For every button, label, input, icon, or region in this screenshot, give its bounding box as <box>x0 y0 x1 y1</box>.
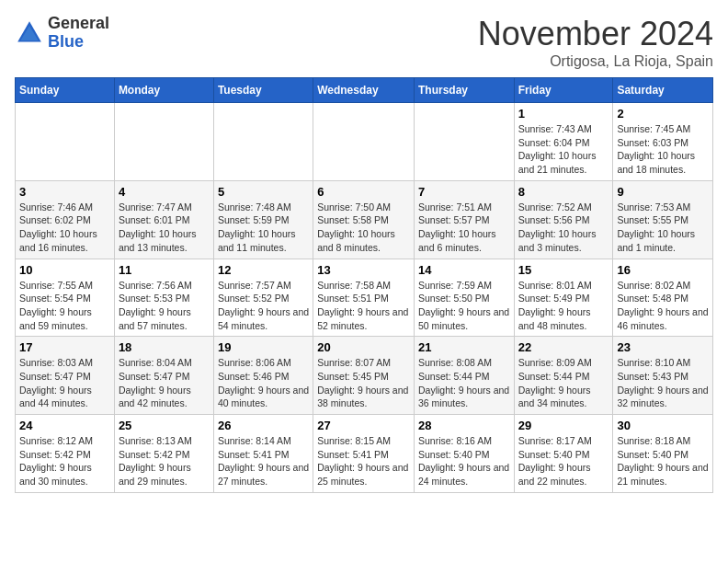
day-number: 7 <box>418 185 510 199</box>
calendar-cell: 14Sunrise: 7:59 AM Sunset: 5:50 PM Dayli… <box>414 259 514 337</box>
day-number: 2 <box>617 107 709 121</box>
day-info: Sunrise: 8:09 AM Sunset: 5:44 PM Dayligh… <box>518 356 609 410</box>
day-number: 21 <box>418 340 510 354</box>
day-info: Sunrise: 8:03 AM Sunset: 5:47 PM Dayligh… <box>19 356 110 410</box>
calendar-cell <box>16 103 115 181</box>
day-info: Sunrise: 7:57 AM Sunset: 5:52 PM Dayligh… <box>218 279 309 333</box>
calendar-cell: 11Sunrise: 7:56 AM Sunset: 5:53 PM Dayli… <box>114 259 213 337</box>
day-number: 26 <box>218 419 309 432</box>
day-info: Sunrise: 8:15 AM Sunset: 5:41 PM Dayligh… <box>317 434 410 488</box>
weekday-header: Saturday <box>613 78 713 103</box>
calendar-cell: 30Sunrise: 8:18 AM Sunset: 5:40 PM Dayli… <box>613 415 713 493</box>
calendar-cell: 22Sunrise: 8:09 AM Sunset: 5:44 PM Dayli… <box>514 337 613 415</box>
weekday-row: SundayMondayTuesdayWednesdayThursdayFrid… <box>16 78 713 103</box>
calendar-cell: 17Sunrise: 8:03 AM Sunset: 5:47 PM Dayli… <box>16 337 115 415</box>
day-info: Sunrise: 8:07 AM Sunset: 5:45 PM Dayligh… <box>317 356 410 410</box>
logo-text: General Blue <box>48 15 109 52</box>
day-number: 27 <box>317 419 410 432</box>
calendar-cell: 2Sunrise: 7:45 AM Sunset: 6:03 PM Daylig… <box>613 103 713 181</box>
calendar-cell: 21Sunrise: 8:08 AM Sunset: 5:44 PM Dayli… <box>414 337 514 415</box>
day-number: 1 <box>518 107 609 121</box>
day-number: 20 <box>317 340 410 354</box>
day-number: 14 <box>418 263 510 277</box>
day-number: 19 <box>218 340 309 354</box>
calendar-cell: 23Sunrise: 8:10 AM Sunset: 5:43 PM Dayli… <box>613 337 713 415</box>
logo-icon <box>15 18 44 48</box>
calendar-cell: 20Sunrise: 8:07 AM Sunset: 5:45 PM Dayli… <box>313 337 415 415</box>
day-info: Sunrise: 8:14 AM Sunset: 5:41 PM Dayligh… <box>218 434 309 488</box>
weekday-header: Wednesday <box>313 78 415 103</box>
day-number: 13 <box>317 263 410 277</box>
day-info: Sunrise: 8:08 AM Sunset: 5:44 PM Dayligh… <box>418 356 510 410</box>
calendar-cell: 29Sunrise: 8:17 AM Sunset: 5:40 PM Dayli… <box>514 415 613 493</box>
calendar-cell: 4Sunrise: 7:47 AM Sunset: 6:01 PM Daylig… <box>114 180 213 259</box>
day-number: 15 <box>518 263 609 277</box>
calendar-table: SundayMondayTuesdayWednesdayThursdayFrid… <box>15 77 713 493</box>
calendar-body: 1Sunrise: 7:43 AM Sunset: 6:04 PM Daylig… <box>16 103 713 493</box>
calendar-cell: 24Sunrise: 8:12 AM Sunset: 5:42 PM Dayli… <box>16 415 115 493</box>
day-number: 10 <box>19 263 110 277</box>
calendar-cell: 10Sunrise: 7:55 AM Sunset: 5:54 PM Dayli… <box>16 259 115 337</box>
location: Ortigosa, La Rioja, Spain <box>478 53 713 70</box>
calendar-cell: 16Sunrise: 8:02 AM Sunset: 5:48 PM Dayli… <box>613 259 713 337</box>
calendar-cell: 25Sunrise: 8:13 AM Sunset: 5:42 PM Dayli… <box>114 415 213 493</box>
month-title: November 2024 <box>478 15 713 53</box>
day-info: Sunrise: 8:01 AM Sunset: 5:49 PM Dayligh… <box>518 279 609 333</box>
day-number: 6 <box>317 185 410 199</box>
day-info: Sunrise: 7:46 AM Sunset: 6:02 PM Dayligh… <box>19 201 110 255</box>
day-number: 17 <box>19 340 110 354</box>
day-info: Sunrise: 7:53 AM Sunset: 5:55 PM Dayligh… <box>617 201 709 255</box>
calendar-cell <box>313 103 415 181</box>
calendar-week-row: 10Sunrise: 7:55 AM Sunset: 5:54 PM Dayli… <box>16 259 713 337</box>
day-number: 28 <box>418 419 510 432</box>
day-number: 16 <box>617 263 709 277</box>
day-number: 23 <box>617 340 709 354</box>
day-info: Sunrise: 7:47 AM Sunset: 6:01 PM Dayligh… <box>119 201 210 255</box>
day-info: Sunrise: 8:12 AM Sunset: 5:42 PM Dayligh… <box>19 434 110 488</box>
day-info: Sunrise: 7:56 AM Sunset: 5:53 PM Dayligh… <box>119 279 210 333</box>
calendar-cell: 15Sunrise: 8:01 AM Sunset: 5:49 PM Dayli… <box>514 259 613 337</box>
calendar-week-row: 17Sunrise: 8:03 AM Sunset: 5:47 PM Dayli… <box>16 337 713 415</box>
calendar-cell: 27Sunrise: 8:15 AM Sunset: 5:41 PM Dayli… <box>313 415 415 493</box>
calendar-week-row: 24Sunrise: 8:12 AM Sunset: 5:42 PM Dayli… <box>16 415 713 493</box>
calendar-cell: 26Sunrise: 8:14 AM Sunset: 5:41 PM Dayli… <box>213 415 313 493</box>
calendar-cell: 3Sunrise: 7:46 AM Sunset: 6:02 PM Daylig… <box>16 180 115 259</box>
day-info: Sunrise: 8:04 AM Sunset: 5:47 PM Dayligh… <box>119 356 210 410</box>
page-header: General Blue November 2024 Ortigosa, La … <box>15 15 713 70</box>
day-number: 24 <box>19 419 110 432</box>
day-number: 30 <box>617 419 709 432</box>
day-info: Sunrise: 8:02 AM Sunset: 5:48 PM Dayligh… <box>617 279 709 333</box>
day-number: 9 <box>617 185 709 199</box>
calendar-cell: 12Sunrise: 7:57 AM Sunset: 5:52 PM Dayli… <box>213 259 313 337</box>
day-number: 22 <box>518 340 609 354</box>
day-info: Sunrise: 7:51 AM Sunset: 5:57 PM Dayligh… <box>418 201 510 255</box>
day-info: Sunrise: 8:13 AM Sunset: 5:42 PM Dayligh… <box>119 434 210 488</box>
calendar-cell: 9Sunrise: 7:53 AM Sunset: 5:55 PM Daylig… <box>613 180 713 259</box>
calendar-cell <box>213 103 313 181</box>
calendar-week-row: 3Sunrise: 7:46 AM Sunset: 6:02 PM Daylig… <box>16 180 713 259</box>
day-info: Sunrise: 7:45 AM Sunset: 6:03 PM Dayligh… <box>617 122 709 177</box>
logo: General Blue <box>15 15 109 52</box>
calendar-cell: 6Sunrise: 7:50 AM Sunset: 5:58 PM Daylig… <box>313 180 415 259</box>
day-info: Sunrise: 7:43 AM Sunset: 6:04 PM Dayligh… <box>518 122 609 177</box>
day-info: Sunrise: 8:10 AM Sunset: 5:43 PM Dayligh… <box>617 356 709 410</box>
day-number: 25 <box>119 419 210 432</box>
day-info: Sunrise: 8:17 AM Sunset: 5:40 PM Dayligh… <box>518 434 609 488</box>
weekday-header: Tuesday <box>213 78 313 103</box>
day-info: Sunrise: 7:59 AM Sunset: 5:50 PM Dayligh… <box>418 279 510 333</box>
weekday-header: Thursday <box>414 78 514 103</box>
calendar-cell: 7Sunrise: 7:51 AM Sunset: 5:57 PM Daylig… <box>414 180 514 259</box>
calendar-cell: 19Sunrise: 8:06 AM Sunset: 5:46 PM Dayli… <box>213 337 313 415</box>
calendar-cell: 18Sunrise: 8:04 AM Sunset: 5:47 PM Dayli… <box>114 337 213 415</box>
calendar-cell: 28Sunrise: 8:16 AM Sunset: 5:40 PM Dayli… <box>414 415 514 493</box>
day-info: Sunrise: 7:52 AM Sunset: 5:56 PM Dayligh… <box>518 201 609 255</box>
day-number: 3 <box>19 185 110 199</box>
day-info: Sunrise: 8:18 AM Sunset: 5:40 PM Dayligh… <box>617 434 709 488</box>
calendar-cell <box>114 103 213 181</box>
weekday-header: Sunday <box>16 78 115 103</box>
day-info: Sunrise: 7:58 AM Sunset: 5:51 PM Dayligh… <box>317 279 410 333</box>
day-info: Sunrise: 7:55 AM Sunset: 5:54 PM Dayligh… <box>19 279 110 333</box>
calendar-cell: 13Sunrise: 7:58 AM Sunset: 5:51 PM Dayli… <box>313 259 415 337</box>
day-number: 18 <box>119 340 210 354</box>
title-block: November 2024 Ortigosa, La Rioja, Spain <box>478 15 713 70</box>
